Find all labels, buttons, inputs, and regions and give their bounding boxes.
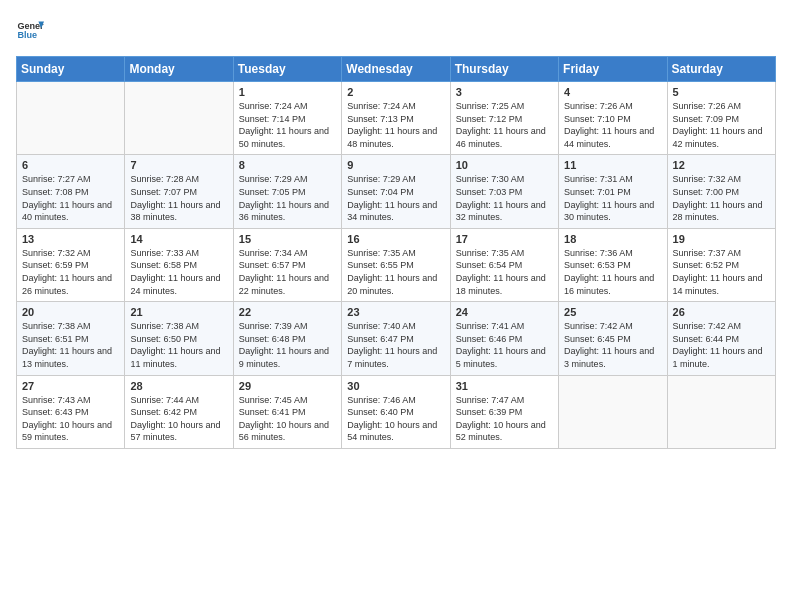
day-number: 4 — [564, 86, 661, 98]
calendar-cell: 10Sunrise: 7:30 AM Sunset: 7:03 PM Dayli… — [450, 155, 558, 228]
day-info: Sunrise: 7:46 AM Sunset: 6:40 PM Dayligh… — [347, 394, 444, 444]
day-number: 10 — [456, 159, 553, 171]
day-info: Sunrise: 7:42 AM Sunset: 6:45 PM Dayligh… — [564, 320, 661, 370]
day-info: Sunrise: 7:31 AM Sunset: 7:01 PM Dayligh… — [564, 173, 661, 223]
calendar-week-row: 27Sunrise: 7:43 AM Sunset: 6:43 PM Dayli… — [17, 375, 776, 448]
calendar-week-row: 20Sunrise: 7:38 AM Sunset: 6:51 PM Dayli… — [17, 302, 776, 375]
weekday-header-row: SundayMondayTuesdayWednesdayThursdayFrid… — [17, 57, 776, 82]
day-number: 25 — [564, 306, 661, 318]
day-info: Sunrise: 7:32 AM Sunset: 7:00 PM Dayligh… — [673, 173, 770, 223]
calendar-cell: 17Sunrise: 7:35 AM Sunset: 6:54 PM Dayli… — [450, 228, 558, 301]
day-info: Sunrise: 7:26 AM Sunset: 7:10 PM Dayligh… — [564, 100, 661, 150]
day-info: Sunrise: 7:44 AM Sunset: 6:42 PM Dayligh… — [130, 394, 227, 444]
day-info: Sunrise: 7:29 AM Sunset: 7:05 PM Dayligh… — [239, 173, 336, 223]
day-number: 19 — [673, 233, 770, 245]
day-info: Sunrise: 7:24 AM Sunset: 7:13 PM Dayligh… — [347, 100, 444, 150]
day-info: Sunrise: 7:27 AM Sunset: 7:08 PM Dayligh… — [22, 173, 119, 223]
day-info: Sunrise: 7:26 AM Sunset: 7:09 PM Dayligh… — [673, 100, 770, 150]
calendar-cell: 24Sunrise: 7:41 AM Sunset: 6:46 PM Dayli… — [450, 302, 558, 375]
day-info: Sunrise: 7:35 AM Sunset: 6:55 PM Dayligh… — [347, 247, 444, 297]
day-info: Sunrise: 7:29 AM Sunset: 7:04 PM Dayligh… — [347, 173, 444, 223]
calendar-cell: 2Sunrise: 7:24 AM Sunset: 7:13 PM Daylig… — [342, 82, 450, 155]
weekday-header-tuesday: Tuesday — [233, 57, 341, 82]
calendar-cell: 3Sunrise: 7:25 AM Sunset: 7:12 PM Daylig… — [450, 82, 558, 155]
calendar-cell: 31Sunrise: 7:47 AM Sunset: 6:39 PM Dayli… — [450, 375, 558, 448]
day-info: Sunrise: 7:37 AM Sunset: 6:52 PM Dayligh… — [673, 247, 770, 297]
calendar-cell: 20Sunrise: 7:38 AM Sunset: 6:51 PM Dayli… — [17, 302, 125, 375]
day-info: Sunrise: 7:25 AM Sunset: 7:12 PM Dayligh… — [456, 100, 553, 150]
page-header: General Blue — [16, 16, 776, 44]
day-number: 14 — [130, 233, 227, 245]
calendar-cell: 15Sunrise: 7:34 AM Sunset: 6:57 PM Dayli… — [233, 228, 341, 301]
calendar-cell: 25Sunrise: 7:42 AM Sunset: 6:45 PM Dayli… — [559, 302, 667, 375]
calendar-cell: 29Sunrise: 7:45 AM Sunset: 6:41 PM Dayli… — [233, 375, 341, 448]
calendar-cell — [667, 375, 775, 448]
day-number: 13 — [22, 233, 119, 245]
day-number: 2 — [347, 86, 444, 98]
day-number: 24 — [456, 306, 553, 318]
day-info: Sunrise: 7:39 AM Sunset: 6:48 PM Dayligh… — [239, 320, 336, 370]
day-number: 7 — [130, 159, 227, 171]
day-info: Sunrise: 7:45 AM Sunset: 6:41 PM Dayligh… — [239, 394, 336, 444]
weekday-header-sunday: Sunday — [17, 57, 125, 82]
logo: General Blue — [16, 16, 44, 44]
calendar-cell: 19Sunrise: 7:37 AM Sunset: 6:52 PM Dayli… — [667, 228, 775, 301]
calendar-cell: 11Sunrise: 7:31 AM Sunset: 7:01 PM Dayli… — [559, 155, 667, 228]
day-number: 22 — [239, 306, 336, 318]
weekday-header-wednesday: Wednesday — [342, 57, 450, 82]
day-info: Sunrise: 7:36 AM Sunset: 6:53 PM Dayligh… — [564, 247, 661, 297]
calendar-cell: 13Sunrise: 7:32 AM Sunset: 6:59 PM Dayli… — [17, 228, 125, 301]
day-info: Sunrise: 7:33 AM Sunset: 6:58 PM Dayligh… — [130, 247, 227, 297]
calendar-cell: 27Sunrise: 7:43 AM Sunset: 6:43 PM Dayli… — [17, 375, 125, 448]
calendar-cell: 16Sunrise: 7:35 AM Sunset: 6:55 PM Dayli… — [342, 228, 450, 301]
day-info: Sunrise: 7:38 AM Sunset: 6:50 PM Dayligh… — [130, 320, 227, 370]
day-number: 20 — [22, 306, 119, 318]
day-number: 3 — [456, 86, 553, 98]
day-info: Sunrise: 7:32 AM Sunset: 6:59 PM Dayligh… — [22, 247, 119, 297]
calendar-cell: 7Sunrise: 7:28 AM Sunset: 7:07 PM Daylig… — [125, 155, 233, 228]
day-info: Sunrise: 7:41 AM Sunset: 6:46 PM Dayligh… — [456, 320, 553, 370]
day-number: 6 — [22, 159, 119, 171]
day-info: Sunrise: 7:28 AM Sunset: 7:07 PM Dayligh… — [130, 173, 227, 223]
day-number: 21 — [130, 306, 227, 318]
day-number: 29 — [239, 380, 336, 392]
calendar-cell: 9Sunrise: 7:29 AM Sunset: 7:04 PM Daylig… — [342, 155, 450, 228]
calendar-cell: 26Sunrise: 7:42 AM Sunset: 6:44 PM Dayli… — [667, 302, 775, 375]
calendar-cell: 18Sunrise: 7:36 AM Sunset: 6:53 PM Dayli… — [559, 228, 667, 301]
day-info: Sunrise: 7:35 AM Sunset: 6:54 PM Dayligh… — [456, 247, 553, 297]
day-info: Sunrise: 7:30 AM Sunset: 7:03 PM Dayligh… — [456, 173, 553, 223]
day-info: Sunrise: 7:38 AM Sunset: 6:51 PM Dayligh… — [22, 320, 119, 370]
calendar-cell: 22Sunrise: 7:39 AM Sunset: 6:48 PM Dayli… — [233, 302, 341, 375]
calendar-cell — [125, 82, 233, 155]
day-number: 9 — [347, 159, 444, 171]
day-number: 16 — [347, 233, 444, 245]
calendar-table: SundayMondayTuesdayWednesdayThursdayFrid… — [16, 56, 776, 449]
calendar-cell: 14Sunrise: 7:33 AM Sunset: 6:58 PM Dayli… — [125, 228, 233, 301]
calendar-week-row: 6Sunrise: 7:27 AM Sunset: 7:08 PM Daylig… — [17, 155, 776, 228]
day-info: Sunrise: 7:40 AM Sunset: 6:47 PM Dayligh… — [347, 320, 444, 370]
day-number: 27 — [22, 380, 119, 392]
calendar-cell: 8Sunrise: 7:29 AM Sunset: 7:05 PM Daylig… — [233, 155, 341, 228]
day-number: 18 — [564, 233, 661, 245]
calendar-cell: 21Sunrise: 7:38 AM Sunset: 6:50 PM Dayli… — [125, 302, 233, 375]
day-number: 28 — [130, 380, 227, 392]
day-info: Sunrise: 7:24 AM Sunset: 7:14 PM Dayligh… — [239, 100, 336, 150]
calendar-cell: 23Sunrise: 7:40 AM Sunset: 6:47 PM Dayli… — [342, 302, 450, 375]
calendar-cell: 5Sunrise: 7:26 AM Sunset: 7:09 PM Daylig… — [667, 82, 775, 155]
day-number: 11 — [564, 159, 661, 171]
day-info: Sunrise: 7:43 AM Sunset: 6:43 PM Dayligh… — [22, 394, 119, 444]
day-number: 31 — [456, 380, 553, 392]
calendar-cell: 1Sunrise: 7:24 AM Sunset: 7:14 PM Daylig… — [233, 82, 341, 155]
calendar-cell — [17, 82, 125, 155]
day-number: 26 — [673, 306, 770, 318]
weekday-header-thursday: Thursday — [450, 57, 558, 82]
calendar-cell: 6Sunrise: 7:27 AM Sunset: 7:08 PM Daylig… — [17, 155, 125, 228]
calendar-cell: 28Sunrise: 7:44 AM Sunset: 6:42 PM Dayli… — [125, 375, 233, 448]
day-number: 5 — [673, 86, 770, 98]
weekday-header-monday: Monday — [125, 57, 233, 82]
calendar-week-row: 1Sunrise: 7:24 AM Sunset: 7:14 PM Daylig… — [17, 82, 776, 155]
day-info: Sunrise: 7:42 AM Sunset: 6:44 PM Dayligh… — [673, 320, 770, 370]
calendar-cell: 12Sunrise: 7:32 AM Sunset: 7:00 PM Dayli… — [667, 155, 775, 228]
svg-text:Blue: Blue — [17, 30, 37, 40]
logo-icon: General Blue — [16, 16, 44, 44]
